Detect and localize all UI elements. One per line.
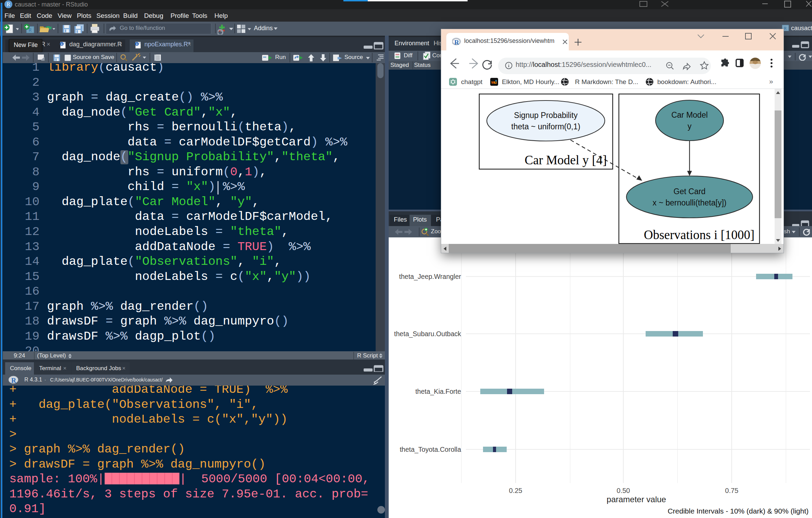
svg-text:R: R [136,43,138,46]
svg-text:R: R [61,43,63,46]
svg-text:R: R [454,39,459,46]
svg-text:R: R [784,26,787,31]
svg-text:parameter value: parameter value [607,495,666,504]
svg-text:Credible Intervals - 10% (dark: Credible Intervals - 10% (dark) & 90% (l… [668,507,809,515]
svg-text:theta_Kia.Forte: theta_Kia.Forte [415,388,461,396]
svg-text:0.25: 0.25 [509,487,522,494]
svg-text:y: y [687,122,692,131]
svg-text:theta_Jeep.Wrangler: theta_Jeep.Wrangler [399,273,461,281]
svg-text:0.75: 0.75 [725,487,739,494]
svg-text:Observations i [1000]: Observations i [1000] [644,228,755,242]
svg-text:Get Card: Get Card [673,187,705,196]
svg-text:Car Model y [4]: Car Model y [4] [525,153,607,167]
svg-text:Car Model: Car Model [671,110,708,119]
svg-text:0.50: 0.50 [617,487,630,494]
svg-text:theta ~ uniform(0,1): theta ~ uniform(0,1) [511,122,580,131]
svg-text:x ~ bernoulli(theta[y]): x ~ bernoulli(theta[y]) [652,198,726,207]
svg-text:Signup Probability: Signup Probability [514,111,578,120]
svg-text:theta_Toyota.Corolla: theta_Toyota.Corolla [400,446,461,454]
svg-text:theta_Subaru.Outback: theta_Subaru.Outback [394,330,461,338]
svg-text:R: R [11,377,16,384]
